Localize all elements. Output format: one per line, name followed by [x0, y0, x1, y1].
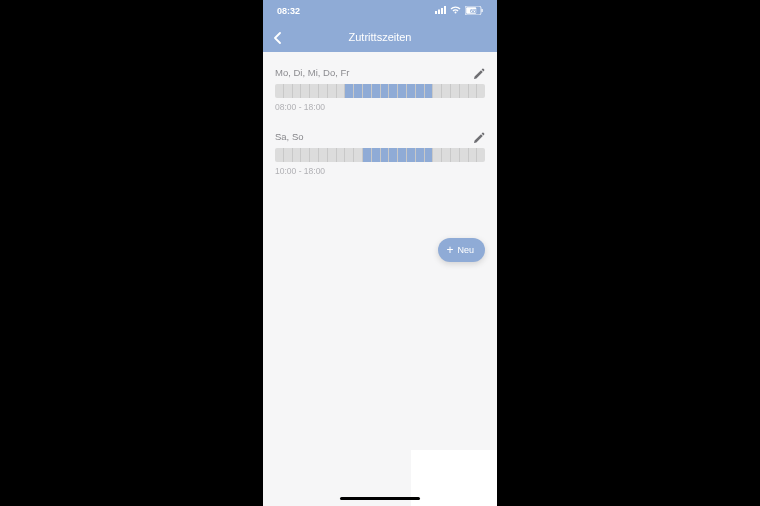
status-bar: 08:32 68: [263, 0, 497, 22]
plus-icon: +: [446, 244, 453, 256]
content-area: Mo, Di, Mi, Do, Fr 08:00 - 18:00 Sa, So: [263, 52, 497, 506]
back-button[interactable]: [273, 32, 283, 42]
cellular-icon: [435, 6, 446, 16]
nav-bar: Zutrittszeiten: [263, 22, 497, 52]
white-patch: [411, 450, 497, 506]
status-time: 08:32: [277, 6, 300, 16]
time-entry: Mo, Di, Mi, Do, Fr 08:00 - 18:00: [275, 66, 485, 112]
pencil-icon[interactable]: [473, 66, 485, 78]
svg-text:68: 68: [470, 7, 476, 13]
page-title: Zutrittszeiten: [349, 31, 412, 43]
phone-frame: 08:32 68 Zutrittszeiten Mo, Di, Mi, Do, …: [263, 0, 497, 506]
svg-rect-0: [435, 11, 437, 14]
new-button[interactable]: + Neu: [438, 238, 485, 262]
svg-rect-2: [441, 8, 443, 14]
time-ticks: [275, 84, 485, 98]
time-range-label: 08:00 - 18:00: [275, 102, 485, 112]
time-bar[interactable]: [275, 84, 485, 98]
svg-rect-6: [482, 9, 483, 12]
new-button-label: Neu: [457, 245, 474, 255]
time-entry: Sa, So 10:00 - 18:00: [275, 130, 485, 176]
pencil-icon[interactable]: [473, 130, 485, 142]
battery-icon: 68: [465, 6, 483, 17]
status-right: 68: [435, 6, 483, 17]
svg-rect-1: [438, 10, 440, 15]
time-range-label: 10:00 - 18:00: [275, 166, 485, 176]
days-label: Mo, Di, Mi, Do, Fr: [275, 67, 349, 78]
wifi-icon: [450, 6, 461, 16]
home-indicator[interactable]: [340, 497, 420, 501]
days-label: Sa, So: [275, 131, 304, 142]
svg-rect-3: [444, 6, 446, 14]
time-ticks: [275, 148, 485, 162]
time-bar[interactable]: [275, 148, 485, 162]
